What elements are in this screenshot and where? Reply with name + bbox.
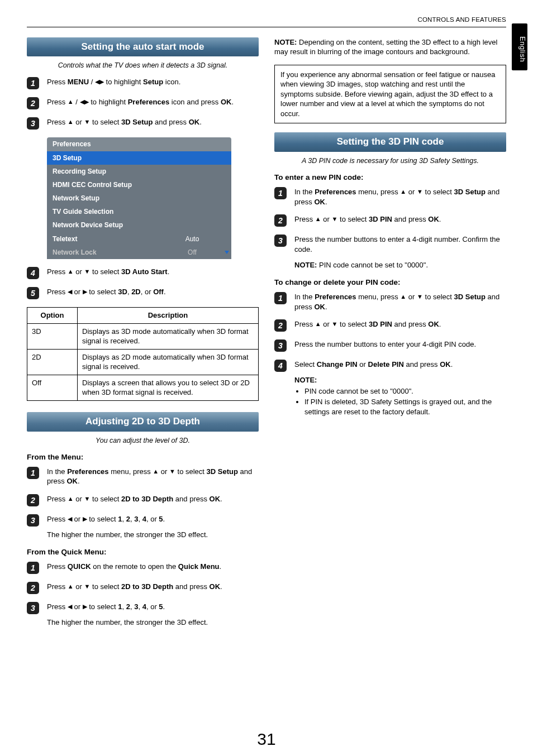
step-number-icon: 4: [27, 267, 39, 279]
up-icon: ▲: [68, 495, 74, 503]
step-3: 3 Press ▲ or ▼ to select 3D Setup and pr…: [27, 117, 259, 130]
up-icon: ▲: [68, 267, 74, 276]
step-number-icon: 2: [274, 319, 287, 332]
step-4: 4 Select Change PIN or Delete PIN and pr…: [274, 360, 506, 418]
step-text: In the Preferences menu, press ▲ or ▼ to…: [294, 292, 506, 312]
right-icon: ▶: [83, 602, 87, 611]
step-number-icon: 4: [274, 360, 287, 372]
step-number-icon: 3: [27, 514, 39, 527]
step-number-icon: 3: [27, 117, 39, 130]
section-subtitle: You can adjust the level of 3D.: [27, 436, 259, 446]
step-2: 2 Press ▲ or ▼ to select 3D PIN and pres…: [274, 214, 506, 227]
right-icon: ▶: [83, 288, 87, 296]
table-row: 2DDisplays as 2D mode automatically when…: [27, 349, 259, 375]
step-number-icon: 1: [274, 292, 287, 304]
step-text: Press MENU / ◀▶ to highlight Setup icon.: [47, 77, 259, 87]
left-icon: ◀: [68, 515, 72, 523]
section-title-2d3d-depth: Adjusting 2D to 3D Depth: [27, 412, 259, 432]
step-text: Press ▲ or ▼ to select 2D to 3D Depth an…: [47, 494, 259, 504]
step-number-icon: 1: [274, 187, 287, 199]
step-2: 2 Press ▲ or ▼ to select 3D PIN and pres…: [274, 319, 506, 332]
page-number: 31: [257, 728, 275, 751]
prefs-row: Network Device Setup: [47, 218, 231, 232]
step-number-icon: 3: [274, 339, 287, 352]
step-number-icon: 2: [274, 214, 287, 227]
header-section-label: CONTROLS AND FEATURES: [27, 16, 506, 25]
step-number-icon: 2: [27, 97, 39, 109]
step-1: 1 Press MENU / ◀▶ to highlight Setup ico…: [27, 77, 259, 89]
down-icon: ▼: [332, 320, 338, 328]
subheading-change-pin: To change or delete your PIN code:: [274, 277, 506, 288]
step-tail-text: The higher the number, the stronger the …: [47, 618, 208, 626]
section-title-auto-start: Setting the auto start mode: [27, 37, 259, 57]
note-bullet-list: PIN code cannot be set to "0000". If PIN…: [294, 386, 506, 417]
step-number-icon: 1: [27, 562, 39, 574]
step-number-icon: 2: [27, 582, 39, 594]
section-title-3d-pin: Setting the 3D PIN code: [274, 132, 506, 152]
left-right-icon: ◀▶: [95, 78, 104, 86]
step-1: 1 Press QUICK on the remote to open the …: [27, 562, 259, 574]
step-3: 3 Press the number buttons to enter your…: [274, 339, 506, 352]
prefs-row-dimmed: Network LockOff: [47, 246, 231, 259]
options-table: OptionDescription 3DDisplays as 3D mode …: [27, 307, 259, 401]
step-number-icon: 2: [27, 494, 39, 506]
step-number-icon: 1: [27, 77, 39, 89]
subheading-enter-pin: To enter a new PIN code:: [274, 173, 506, 183]
list-item: If PIN is deleted, 3D Safety Settings is…: [304, 397, 506, 417]
down-icon: ▼: [169, 467, 175, 476]
step-text: Press the number buttons to enter a 4-di…: [294, 235, 506, 270]
down-icon: ▼: [417, 293, 423, 301]
down-icon: ▼: [84, 495, 91, 503]
step-1: 1 In the Preferences menu, press ▲ or ▼ …: [274, 187, 506, 207]
table-row: 3DDisplays as 3D mode automatically when…: [27, 323, 259, 349]
step-text: Press ◀ or ▶ to select 3D, 2D, or Off.: [47, 287, 259, 297]
table-header: Description: [78, 308, 259, 324]
step-text: Press ▲ or ▼ to select 3D PIN and press …: [294, 214, 506, 224]
step-2: 2 Press ▲ / ◀▶ to highlight Preferences …: [27, 97, 259, 109]
step-1: 1 In the Preferences menu, press ▲ or ▼ …: [274, 292, 506, 312]
right-icon: ▶: [83, 515, 87, 523]
prefs-row: TV Guide Selection: [47, 205, 231, 218]
down-icon: ▼: [417, 188, 423, 196]
down-icon: ▼: [84, 582, 91, 591]
left-right-icon: ◀▶: [80, 98, 89, 106]
step-3: 3 Press ◀ or ▶ to select 1, 2, 3, 4, or …: [27, 514, 259, 539]
step-text: Select Change PIN or Delete PIN and pres…: [294, 360, 506, 418]
left-icon: ◀: [68, 288, 72, 296]
left-icon: ◀: [68, 602, 72, 611]
subheading-from-quick-menu: From the Quick Menu:: [27, 547, 259, 557]
table-header: Option: [27, 308, 78, 324]
step-number-icon: 3: [27, 602, 39, 614]
subheading-from-menu: From the Menu:: [27, 452, 259, 462]
note-text: NOTE: Depending on the content, setting …: [274, 37, 506, 57]
prefs-row: HDMI CEC Control Setup: [47, 178, 231, 192]
step-5: 5 Press ◀ or ▶ to select 3D, 2D, or Off.: [27, 287, 259, 299]
prefs-title: Preferences: [47, 137, 231, 151]
up-icon: ▲: [315, 320, 321, 328]
up-icon: ▲: [400, 188, 406, 196]
step-2: 2 Press ▲ or ▼ to select 2D to 3D Depth …: [27, 494, 259, 506]
note-label: NOTE:: [294, 376, 317, 384]
list-item: PIN code cannot be set to "0000".: [304, 386, 506, 396]
language-tab: English: [512, 23, 527, 70]
step-text: Press ◀ or ▶ to select 1, 2, 3, 4, or 5.…: [47, 514, 259, 539]
step-text: Press ▲ or ▼ to select 3D PIN and press …: [294, 319, 506, 329]
step-text: Press the number buttons to enter your 4…: [294, 339, 506, 350]
prefs-row: TeletextAuto: [47, 232, 231, 246]
prefs-row: Network Setup: [47, 192, 231, 205]
up-icon: ▲: [315, 215, 321, 223]
step-1: 1 In the Preferences menu, press ▲ or ▼ …: [27, 467, 259, 486]
step-number-icon: 5: [27, 287, 39, 299]
step-text: Press QUICK on the remote to open the Qu…: [47, 562, 259, 572]
step-number-icon: 3: [274, 235, 287, 247]
step-text: Press ◀ or ▶ to select 1, 2, 3, 4, or 5.…: [47, 602, 259, 627]
up-icon: ▲: [68, 98, 74, 106]
step-text: Press ▲ or ▼ to select 3D Auto Start.: [47, 267, 259, 277]
down-icon: ▼: [84, 267, 91, 276]
up-icon: ▲: [153, 467, 159, 476]
step-3: 3 Press the number buttons to enter a 4-…: [274, 235, 506, 270]
step-text: Press ▲ / ◀▶ to highlight Preferences ic…: [47, 97, 259, 107]
section-subtitle: A 3D PIN code is necessary for using 3D …: [274, 156, 506, 166]
table-row: OffDisplays a screen that allows you to …: [27, 375, 259, 400]
down-icon: ▼: [332, 215, 338, 223]
